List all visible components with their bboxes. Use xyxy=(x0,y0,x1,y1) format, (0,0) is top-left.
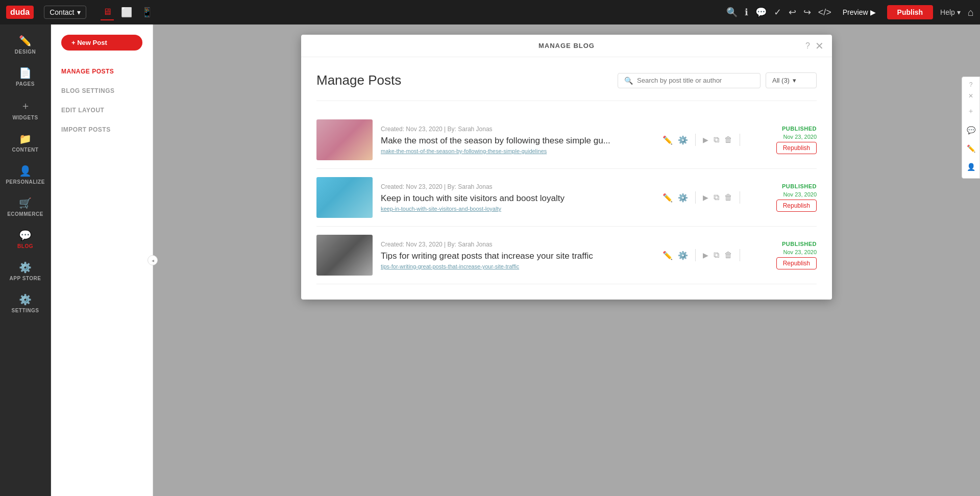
undo-icon[interactable]: ↩ xyxy=(789,7,796,18)
delete-icon[interactable]: 🗑 xyxy=(724,251,732,260)
right-panel-collapse[interactable]: ? xyxy=(969,81,973,88)
settings-icon[interactable]: ⚙️ xyxy=(678,135,688,145)
settings-icon[interactable]: ⚙️ xyxy=(678,251,688,260)
sidebar-item-pages[interactable]: 📄 PAGES xyxy=(0,62,51,92)
filter-dropdown[interactable]: All (3) ▾ xyxy=(766,72,817,88)
right-panel-add-icon[interactable]: ＋ xyxy=(964,104,977,119)
post-thumbnail xyxy=(316,177,373,218)
right-panel-close-icon[interactable]: ✕ xyxy=(968,92,973,100)
post-slug[interactable]: keep-in-touch-with-site-visitors-and-boo… xyxy=(381,206,654,212)
post-actions: ✏️ ⚙️ ▶ ⧉ 🗑 xyxy=(663,134,742,146)
post-status-section: PUBLISHED Nov 23, 2020 Republish xyxy=(755,126,817,154)
modal-body: Manage Posts 🔍 All (3) ▾ xyxy=(301,57,832,300)
edit-icon[interactable]: ✏️ xyxy=(663,251,673,260)
modal-title: MANAGE BLOG xyxy=(538,42,595,49)
edit-icon[interactable]: ✏️ xyxy=(663,135,673,145)
tablet-icon[interactable]: ⬜ xyxy=(119,5,134,20)
check-icon[interactable]: ✓ xyxy=(774,7,781,18)
right-panel-edit-icon[interactable]: ✏️ xyxy=(964,141,978,156)
republish-button[interactable]: Republish xyxy=(776,200,817,212)
sidebar-item-label: BLOG xyxy=(17,243,33,249)
chevron-down-icon: ▾ xyxy=(957,8,961,16)
right-panel-chat-icon[interactable]: 💬 xyxy=(964,123,978,137)
modal-help-icon[interactable]: ? xyxy=(805,41,810,51)
left-sidebar: ✏️ DESIGN 📄 PAGES ＋ WIDGETS 📁 CONTENT 👤 … xyxy=(0,24,51,496)
modal-close-button[interactable]: ✕ xyxy=(815,40,824,52)
sub-nav-import-posts[interactable]: IMPORT POSTS xyxy=(51,121,153,138)
preview-button[interactable]: Preview ▶ xyxy=(839,6,880,18)
right-panel: ? ✕ ＋ 💬 ✏️ 👤 xyxy=(962,77,980,179)
post-meta: Created: Nov 23, 2020 | By: Sarah Jonas xyxy=(381,126,654,133)
new-post-button[interactable]: + New Post xyxy=(61,35,142,51)
manage-blog-modal: MANAGE BLOG ? ✕ Manage Posts 🔍 xyxy=(301,35,832,300)
edit-icon[interactable]: ✏️ xyxy=(663,193,673,203)
pages-icon: 📄 xyxy=(19,67,32,79)
sub-nav-manage-posts[interactable]: MANAGE POSTS xyxy=(51,63,153,80)
sub-nav-edit-layout[interactable]: EDIT LAYOUT xyxy=(51,102,153,119)
post-thumbnail xyxy=(316,235,373,276)
post-slug[interactable]: make-the-most-of-the-season-by-following… xyxy=(381,148,654,154)
sidebar-item-settings[interactable]: ⚙️ SETTINGS xyxy=(0,288,51,318)
modal-header: MANAGE BLOG ? ✕ xyxy=(301,35,832,57)
status-date: Nov 23, 2020 xyxy=(783,191,817,197)
sidebar-item-label: CONTENT xyxy=(12,147,39,153)
sidebar-item-label: APP STORE xyxy=(10,276,41,281)
plus-icon: ＋ xyxy=(20,99,31,113)
duplicate-icon[interactable]: ⧉ xyxy=(714,135,719,144)
mobile-icon[interactable]: 📱 xyxy=(139,5,155,20)
main-layout: ✏️ DESIGN 📄 PAGES ＋ WIDGETS 📁 CONTENT 👤 … xyxy=(0,24,980,496)
republish-button[interactable]: Republish xyxy=(776,142,817,154)
search-input[interactable] xyxy=(637,77,754,84)
post-actions: ✏️ ⚙️ ▶ ⧉ 🗑 xyxy=(663,249,742,261)
code-icon[interactable]: </> xyxy=(818,7,831,18)
sidebar-item-ecommerce[interactable]: 🛒 ECOMMERCE xyxy=(0,192,51,222)
desktop-icon[interactable]: 🖥 xyxy=(101,5,114,20)
device-icons: 🖥 ⬜ 📱 xyxy=(101,5,155,20)
action-separator xyxy=(695,191,696,204)
play-icon[interactable]: ▶ xyxy=(703,251,708,259)
sidebar-item-app-store[interactable]: ⚙️ APP STORE xyxy=(0,256,51,286)
delete-icon[interactable]: 🗑 xyxy=(724,135,732,144)
topbar: duda Contact ▾ 🖥 ⬜ 📱 🔍 ℹ 💬 ✓ ↩ ↪ </> Pre… xyxy=(0,0,980,24)
home-icon[interactable]: ⌂ xyxy=(968,7,974,18)
search-icon: 🔍 xyxy=(624,77,633,85)
delete-icon[interactable]: 🗑 xyxy=(724,193,732,202)
right-panel-person-icon[interactable]: 👤 xyxy=(964,160,978,174)
logo[interactable]: duda xyxy=(6,6,34,19)
republish-button[interactable]: Republish xyxy=(776,257,817,269)
sub-nav-blog-settings[interactable]: BLOG SETTINGS xyxy=(51,82,153,100)
comment-icon[interactable]: 💬 xyxy=(755,7,767,18)
play-icon[interactable]: ▶ xyxy=(703,193,708,202)
post-status-section: PUBLISHED Nov 23, 2020 Republish xyxy=(755,241,817,269)
sidebar-item-design[interactable]: ✏️ DESIGN xyxy=(0,30,51,60)
sidebar-item-label: PAGES xyxy=(16,81,35,87)
duplicate-icon[interactable]: ⧉ xyxy=(714,193,719,202)
publish-button[interactable]: Publish xyxy=(887,5,934,19)
sidebar-item-widgets[interactable]: ＋ WIDGETS xyxy=(0,94,51,126)
pencil-icon: ✏️ xyxy=(19,35,32,47)
help-button[interactable]: Help ▾ xyxy=(940,8,961,16)
sidebar-item-personalize[interactable]: 👤 PERSONALIZE xyxy=(0,160,51,190)
blog-icon: 💬 xyxy=(19,229,32,241)
sidebar-item-blog[interactable]: 💬 BLOG xyxy=(0,224,51,254)
redo-icon[interactable]: ↪ xyxy=(803,7,811,18)
status-date: Nov 23, 2020 xyxy=(783,249,817,255)
post-slug[interactable]: tips-for-writing-great-posts-that-increa… xyxy=(381,263,654,269)
sidebar-item-label: SETTINGS xyxy=(11,308,39,313)
action-separator xyxy=(740,134,740,146)
sidebar-item-content[interactable]: 📁 CONTENT xyxy=(0,128,51,158)
sidebar-item-label: DESIGN xyxy=(15,49,36,55)
play-icon[interactable]: ▶ xyxy=(703,136,708,144)
divider xyxy=(316,101,817,101)
help-label: Help xyxy=(940,8,955,16)
info-icon[interactable]: ℹ xyxy=(745,7,748,18)
page-selector[interactable]: Contact ▾ xyxy=(44,6,86,19)
status-badge: PUBLISHED xyxy=(782,241,817,247)
status-date: Nov 23, 2020 xyxy=(783,134,817,140)
post-actions: ✏️ ⚙️ ▶ ⧉ 🗑 xyxy=(663,191,742,204)
search-icon[interactable]: 🔍 xyxy=(726,7,738,18)
settings-icon[interactable]: ⚙️ xyxy=(678,193,688,203)
filter-label: All (3) xyxy=(772,77,790,84)
duplicate-icon[interactable]: ⧉ xyxy=(714,251,719,260)
collapse-sidebar-button[interactable]: ◂ xyxy=(148,255,158,265)
